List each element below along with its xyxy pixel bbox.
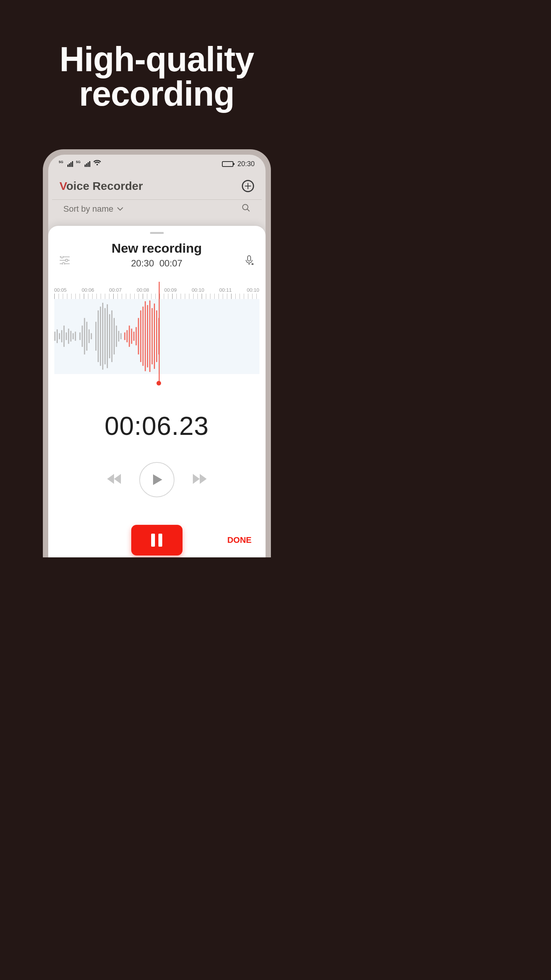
svg-rect-14 (75, 332, 76, 341)
svg-point-1 (61, 256, 63, 258)
svg-rect-16 (82, 325, 83, 347)
svg-rect-7 (59, 333, 60, 339)
wifi-icon (93, 160, 101, 168)
list-icon (60, 256, 70, 265)
plus-icon (245, 183, 251, 189)
tick-label: 00:10 (192, 287, 204, 293)
svg-rect-40 (140, 310, 141, 362)
svg-rect-36 (131, 328, 132, 344)
sort-dropdown[interactable]: Sort by name (64, 204, 124, 214)
tick-label: 00:08 (137, 287, 149, 293)
pause-icon (151, 534, 162, 547)
svg-rect-44 (149, 301, 150, 372)
add-button[interactable] (242, 180, 254, 192)
svg-point-2 (65, 259, 68, 261)
pause-record-button[interactable] (131, 525, 183, 555)
battery-icon (222, 161, 233, 167)
svg-rect-47 (156, 310, 157, 362)
svg-rect-15 (79, 332, 80, 340)
signal-icon-2 (85, 161, 90, 167)
done-button[interactable]: DONE (227, 535, 252, 545)
hero-line-2: recording (0, 77, 313, 111)
recording-sheet: New recording 20:3000:07 00:05 00:06 (48, 226, 266, 557)
svg-rect-12 (70, 331, 71, 341)
svg-rect-5 (54, 332, 55, 341)
svg-rect-4 (248, 256, 251, 261)
elapsed-timer: 00:06.23 (48, 411, 266, 441)
tick-label: 00:06 (82, 287, 94, 293)
rewind-icon (106, 473, 122, 485)
svg-rect-41 (142, 307, 143, 366)
search-button[interactable] (242, 204, 250, 214)
network-label-1: 5G (59, 160, 64, 164)
app-header: Voice Recorder (48, 170, 266, 199)
svg-rect-22 (98, 310, 99, 362)
play-button[interactable] (139, 462, 174, 497)
hero-line-1: High-quality (0, 42, 313, 77)
svg-rect-34 (126, 330, 127, 342)
svg-rect-24 (102, 303, 103, 370)
recording-duration: 00:07 (160, 258, 183, 268)
svg-rect-21 (95, 322, 96, 351)
app-title-first-letter: V (60, 180, 67, 192)
tick-label: 00:07 (109, 287, 122, 293)
svg-rect-17 (84, 318, 85, 354)
network-label-2: 5G (76, 160, 81, 164)
svg-rect-32 (120, 333, 121, 339)
bottom-controls: DONE (48, 515, 266, 557)
svg-rect-42 (145, 301, 146, 371)
svg-rect-9 (63, 325, 64, 347)
playhead-dot[interactable] (156, 381, 161, 385)
svg-rect-27 (109, 314, 110, 358)
svg-rect-11 (68, 328, 69, 344)
timeline-ticks (54, 294, 259, 299)
svg-rect-20 (91, 333, 92, 339)
list-button[interactable] (60, 256, 70, 266)
chevron-down-icon (117, 207, 123, 211)
tick-label: 00:10 (247, 287, 259, 293)
svg-rect-39 (138, 318, 139, 354)
svg-rect-25 (104, 308, 106, 364)
status-time: 20:30 (237, 160, 254, 168)
waveform-background (54, 299, 259, 374)
svg-rect-30 (116, 325, 117, 347)
play-icon (150, 473, 164, 487)
svg-rect-28 (111, 310, 112, 362)
tick-label: 00:11 (219, 287, 232, 293)
phone-screen: 5G 5G 20:30 Voice Recorder (48, 155, 266, 557)
svg-point-0 (243, 204, 248, 210)
svg-rect-10 (65, 332, 67, 340)
recording-start-time: 20:30 (131, 258, 154, 268)
svg-rect-23 (100, 307, 101, 366)
sheet-grabber[interactable] (150, 232, 164, 234)
rewind-button[interactable] (106, 473, 122, 486)
svg-rect-38 (135, 327, 137, 345)
svg-rect-26 (106, 304, 108, 368)
search-icon (242, 204, 250, 212)
forward-icon (192, 473, 207, 485)
svg-point-3 (62, 263, 65, 265)
mic-settings-button[interactable] (245, 255, 254, 268)
sort-row: Sort by name (52, 199, 262, 222)
sort-label-text: Sort by name (64, 204, 114, 214)
recording-title: New recording (56, 241, 258, 256)
svg-rect-13 (72, 333, 73, 339)
phone-frame: 5G 5G 20:30 Voice Recorder (43, 149, 271, 557)
tick-label: 00:05 (54, 287, 67, 293)
svg-rect-6 (56, 329, 57, 343)
transport-controls (48, 462, 266, 497)
status-bar: 5G 5G 20:30 (48, 155, 266, 170)
app-title: Voice Recorder (60, 180, 143, 193)
forward-button[interactable] (192, 473, 207, 486)
microphone-icon (245, 255, 254, 266)
hero-title: High-quality recording (0, 42, 313, 111)
sheet-header: New recording 20:3000:07 (48, 239, 266, 274)
svg-rect-29 (113, 318, 114, 354)
svg-rect-45 (152, 308, 153, 364)
svg-rect-37 (133, 332, 134, 341)
svg-rect-8 (61, 330, 62, 342)
playhead-line[interactable] (159, 282, 160, 383)
signal-icon (67, 161, 73, 167)
waveform-panel[interactable]: 00:05 00:06 00:07 00:08 00:09 00:10 00:1… (54, 287, 259, 374)
svg-rect-46 (154, 304, 155, 369)
